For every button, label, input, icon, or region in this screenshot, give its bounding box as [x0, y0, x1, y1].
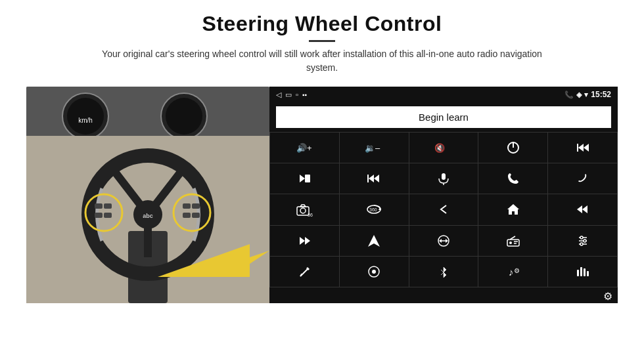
svg-marker-49	[577, 205, 582, 213]
svg-text:⚙: ⚙	[514, 267, 520, 274]
svg-rect-17	[95, 203, 103, 209]
eq-button[interactable]	[409, 226, 478, 256]
home-nav-icon[interactable]: ▭	[285, 91, 292, 99]
svg-marker-53	[368, 235, 380, 247]
svg-rect-22	[192, 203, 200, 209]
svg-rect-24	[192, 213, 200, 218]
360-view-button[interactable]: 360	[340, 194, 409, 224]
subtitle: Your original car's steering wheel contr…	[92, 47, 552, 75]
skip-fwd-button[interactable]	[270, 226, 339, 256]
svg-point-73	[372, 270, 376, 274]
svg-point-66	[580, 236, 583, 239]
equalizer-bars-button[interactable]	[548, 257, 617, 287]
music-button[interactable]: ♪⚙	[478, 257, 547, 287]
content-area: km/h abc	[26, 87, 618, 303]
status-bar-left: ◁ ▭ ▫ ▪▪	[276, 91, 307, 99]
svg-point-42	[300, 208, 306, 213]
svg-rect-35	[305, 175, 310, 182]
recent-nav-icon[interactable]: ▫	[296, 91, 298, 98]
svg-rect-79	[587, 271, 589, 276]
circle-settings-button[interactable]	[340, 257, 409, 287]
svg-marker-57	[439, 239, 442, 243]
signal-icon: ▪▪	[302, 91, 307, 98]
svg-rect-76	[577, 270, 579, 276]
svg-rect-18	[104, 203, 112, 209]
svg-marker-50	[582, 205, 587, 213]
svg-marker-34	[300, 175, 305, 182]
svg-text:🔇: 🔇	[434, 142, 446, 154]
svg-point-6	[166, 98, 202, 135]
hangup-button[interactable]	[548, 163, 617, 194]
back-nav-icon[interactable]: ◁	[276, 91, 281, 99]
pen-button[interactable]	[270, 257, 339, 287]
svg-marker-31	[578, 144, 584, 152]
svg-text:♪: ♪	[509, 266, 514, 278]
svg-marker-37	[374, 175, 379, 182]
svg-rect-78	[584, 268, 586, 276]
power-button[interactable]	[478, 133, 547, 163]
svg-point-67	[584, 240, 586, 242]
car-image: km/h abc	[26, 87, 269, 303]
begin-learn-bar: Begin learn	[269, 102, 618, 132]
skip-back-button[interactable]	[548, 194, 617, 224]
settings-bar: ⚙	[269, 287, 618, 303]
svg-rect-77	[580, 267, 582, 276]
home-button[interactable]	[478, 194, 547, 224]
svg-rect-58	[507, 240, 519, 246]
radio-button[interactable]	[478, 226, 547, 256]
svg-text:🔊+: 🔊+	[296, 142, 312, 154]
svg-rect-20	[104, 213, 112, 218]
svg-text:360: 360	[369, 207, 377, 212]
bluetooth-button[interactable]	[409, 257, 478, 287]
svg-rect-33	[577, 144, 578, 152]
svg-text:km/h: km/h	[78, 117, 93, 124]
svg-text:abc: abc	[143, 213, 153, 219]
svg-marker-56	[446, 239, 448, 243]
svg-point-59	[509, 242, 512, 244]
tune-button[interactable]	[548, 226, 617, 256]
wifi-status-icon: ▾	[584, 91, 588, 99]
mute-button[interactable]: 🔇	[409, 133, 478, 163]
vol-up-button[interactable]: 🔊+	[270, 133, 339, 163]
svg-point-3	[67, 98, 104, 135]
title-divider	[309, 40, 335, 42]
title-section: Steering Wheel Control Your original car…	[92, 12, 552, 81]
navigation-button[interactable]	[340, 226, 409, 256]
status-bar: ◁ ▭ ▫ ▪▪ 📞 ◈ ▾ 15:52	[269, 87, 618, 102]
microphone-button[interactable]	[409, 163, 478, 194]
prev-track-button[interactable]	[548, 133, 617, 163]
svg-point-68	[580, 243, 583, 245]
next-track-button[interactable]	[270, 163, 339, 194]
vol-down-button[interactable]: 🔉–	[340, 133, 409, 163]
svg-text:🔉–: 🔉–	[365, 142, 380, 154]
svg-rect-21	[183, 203, 191, 209]
phone-button[interactable]	[478, 163, 547, 194]
fast-forward-prev-button[interactable]	[340, 163, 409, 194]
svg-marker-32	[584, 144, 589, 152]
camera-button[interactable]: 360°	[270, 194, 339, 224]
svg-text:360°: 360°	[308, 213, 313, 217]
phone-status-icon: 📞	[564, 91, 574, 99]
svg-rect-19	[95, 213, 103, 218]
status-bar-right: 📞 ◈ ▾ 15:52	[564, 90, 611, 99]
page-wrapper: Steering Wheel Control Your original car…	[0, 0, 644, 357]
clock: 15:52	[591, 90, 611, 99]
location-status-icon: ◈	[576, 91, 582, 99]
svg-marker-52	[305, 237, 310, 245]
page-title: Steering Wheel Control	[92, 12, 552, 36]
svg-rect-39	[442, 173, 446, 180]
android-panel: ◁ ▭ ▫ ▪▪ 📞 ◈ ▾ 15:52 Begin learn	[269, 87, 618, 303]
svg-rect-23	[183, 213, 191, 218]
begin-learn-button[interactable]: Begin learn	[276, 106, 611, 128]
svg-marker-48	[507, 204, 519, 215]
icons-grid: 🔊+ 🔉– 🔇	[269, 132, 618, 287]
back-button[interactable]	[409, 194, 478, 224]
svg-marker-43	[300, 205, 306, 207]
svg-marker-36	[369, 175, 374, 182]
settings-icon[interactable]: ⚙	[603, 290, 612, 301]
svg-marker-51	[300, 237, 305, 245]
